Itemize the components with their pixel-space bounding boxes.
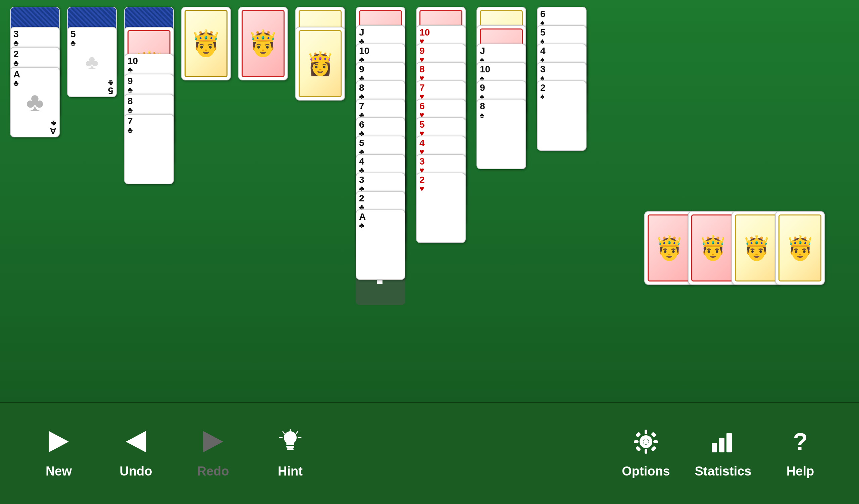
redo-label: Redo bbox=[197, 464, 229, 478]
statistics-label: Statistics bbox=[695, 464, 752, 478]
undo-button[interactable]: Undo bbox=[97, 403, 175, 504]
svg-rect-4 bbox=[286, 443, 294, 445]
help-button[interactable]: ? Help bbox=[762, 403, 839, 504]
card-king-hearts[interactable]: K ♥ 🤴 bbox=[238, 7, 288, 80]
card[interactable]: 2 ♠ bbox=[537, 80, 587, 151]
statistics-button[interactable]: Statistics bbox=[684, 403, 762, 504]
svg-text:?: ? bbox=[793, 428, 808, 455]
hint-label: Hint bbox=[278, 464, 303, 478]
completed-stack[interactable]: K ♦ 🤴 bbox=[688, 211, 738, 285]
svg-line-10 bbox=[296, 431, 298, 434]
svg-line-8 bbox=[283, 431, 285, 434]
svg-rect-14 bbox=[645, 430, 647, 434]
card[interactable]: 2 ♥ bbox=[416, 173, 466, 243]
help-label: Help bbox=[786, 464, 814, 478]
svg-rect-15 bbox=[645, 449, 647, 454]
svg-point-13 bbox=[643, 439, 649, 444]
svg-rect-24 bbox=[726, 433, 732, 452]
card[interactable]: 7 ♣ bbox=[124, 114, 174, 184]
toolbar: New Undo Redo bbox=[0, 402, 859, 504]
svg-rect-6 bbox=[287, 448, 293, 450]
options-button[interactable]: Options bbox=[607, 403, 684, 504]
undo-icon bbox=[122, 428, 149, 459]
card[interactable]: 5 ♣ 5 ♣ ♣ bbox=[67, 27, 117, 97]
completed-stack[interactable]: K ♦ 🤴 bbox=[644, 211, 694, 285]
hint-button[interactable]: Hint bbox=[252, 403, 329, 504]
svg-rect-23 bbox=[719, 438, 724, 452]
completed-stack[interactable]: K ♠ 🤴 bbox=[732, 211, 781, 285]
statistics-icon bbox=[710, 428, 737, 459]
svg-rect-18 bbox=[635, 432, 641, 438]
card[interactable]: 8 ♠ bbox=[477, 99, 526, 169]
new-button[interactable]: New bbox=[20, 403, 97, 504]
card-king-clubs[interactable]: K ♣ 🤴 bbox=[181, 7, 231, 80]
svg-rect-16 bbox=[634, 440, 638, 443]
svg-marker-2 bbox=[203, 431, 223, 452]
options-icon bbox=[633, 428, 659, 459]
help-icon: ? bbox=[787, 428, 814, 459]
undo-label: Undo bbox=[119, 464, 152, 478]
svg-rect-5 bbox=[286, 446, 294, 448]
redo-button[interactable]: Redo bbox=[175, 403, 252, 504]
card[interactable]: A ♣ A ♣ ♣ bbox=[10, 67, 60, 137]
svg-rect-19 bbox=[651, 432, 657, 438]
svg-rect-20 bbox=[635, 446, 641, 452]
svg-rect-17 bbox=[653, 440, 658, 443]
redo-icon bbox=[200, 428, 226, 459]
svg-marker-0 bbox=[49, 431, 69, 452]
svg-marker-1 bbox=[126, 431, 146, 452]
svg-rect-21 bbox=[651, 446, 657, 452]
new-label: New bbox=[46, 464, 72, 478]
hint-icon bbox=[277, 428, 304, 459]
completed-stack[interactable]: K ♣ 🤴 bbox=[775, 211, 825, 285]
card[interactable]: A ♣ bbox=[356, 209, 405, 280]
options-label: Options bbox=[622, 464, 670, 478]
svg-rect-22 bbox=[712, 443, 717, 452]
card[interactable]: Q ♠ 👸 bbox=[295, 27, 345, 100]
svg-point-3 bbox=[284, 431, 296, 444]
game-area: 3 ♣ 3 ♣ ♣ 2 ♣ 2 ♣ ♣ A ♣ A ♣ ♣ 5 ♣ 5 ♣ bbox=[0, 0, 859, 402]
play-icon bbox=[45, 428, 72, 459]
